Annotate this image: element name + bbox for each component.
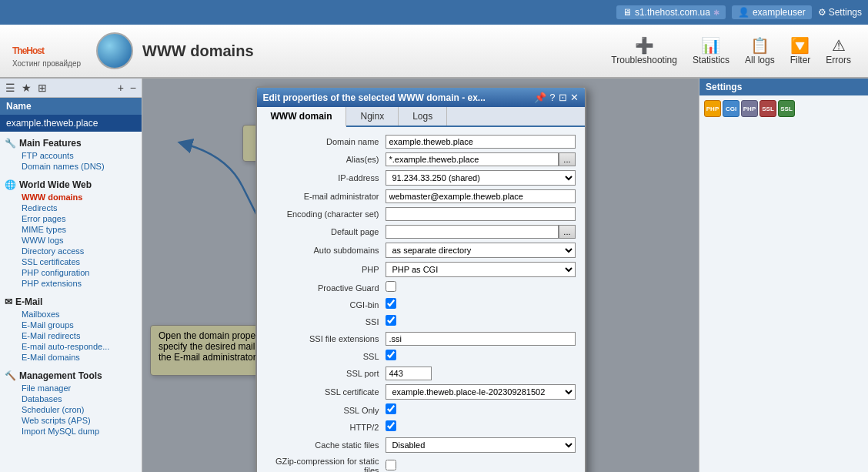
sidebar-section-main-features-title[interactable]: 🔧 Main Features: [0, 136, 142, 150]
encoding-input[interactable]: [386, 207, 576, 221]
settings-icon: ⚙: [818, 7, 826, 18]
sidebar-item-import-mysql[interactable]: Import MySQL dump: [0, 426, 142, 437]
ssi-control: [386, 315, 576, 328]
tab-nginx[interactable]: Nginx: [346, 107, 399, 126]
logo-text: TheHost: [12, 35, 44, 59]
settings-link[interactable]: ⚙ Settings: [818, 7, 862, 18]
cache-static-select[interactable]: Disabled: [386, 437, 576, 453]
errors-button[interactable]: ⚠ Errors: [821, 35, 856, 67]
dialog-close-icon[interactable]: ✕: [570, 92, 579, 103]
gzip-checkbox[interactable]: [386, 460, 396, 470]
ssi-checkbox[interactable]: [386, 315, 396, 326]
tab-logs[interactable]: Logs: [399, 107, 447, 126]
section-management: 🔨 Management Tools File manager Database…: [0, 364, 142, 438]
sidebar-item-domain-names[interactable]: Domain names (DNS): [0, 161, 142, 172]
dialog-pin-icon[interactable]: 📌: [534, 92, 546, 103]
proactive-guard-checkbox[interactable]: [386, 281, 396, 292]
gzip-control: [386, 460, 576, 473]
dialog-title: Edit properties of the selected WWW doma…: [263, 92, 486, 103]
ssl-only-checkbox[interactable]: [386, 403, 396, 414]
sidebar-item-email-groups[interactable]: E-Mail groups: [0, 320, 142, 330]
all-logs-button[interactable]: 📋 All logs: [740, 35, 780, 67]
troubleshooting-button[interactable]: ➕ Troubleshooting: [606, 35, 682, 67]
dialog-restore-icon[interactable]: ⊡: [559, 92, 567, 103]
default-page-control: ...: [386, 225, 576, 239]
logo-globe-icon: [96, 32, 133, 69]
email-admin-input[interactable]: [386, 189, 576, 203]
ssl-certificate-select[interactable]: example.theweb.place-le-202309281502: [386, 384, 576, 400]
section-main-features: 🔧 Main Features FTP accounts Domain name…: [0, 132, 142, 173]
php2-settings-icon[interactable]: PHP: [741, 100, 758, 117]
ssl-only-label: SSL Only: [266, 406, 386, 415]
default-page-button[interactable]: ...: [559, 225, 575, 239]
cgi-settings-icon[interactable]: CGI: [723, 100, 739, 117]
sidebar-section-email-title[interactable]: ✉ E-Mail: [0, 295, 142, 309]
ssl-only-control: [386, 403, 576, 417]
sidebar-item-www-domains[interactable]: WWW domains: [0, 192, 142, 203]
email-icon: ✉: [5, 296, 12, 307]
sidebar-item-redirects[interactable]: Redirects: [0, 203, 142, 213]
ssl-checkbox[interactable]: [386, 350, 396, 360]
sidebar-remove-icon[interactable]: −: [128, 81, 139, 95]
cgi-bin-checkbox[interactable]: [386, 298, 396, 309]
php-settings-icon[interactable]: PHP: [704, 100, 721, 117]
sidebar-item-php-extensions[interactable]: PHP extensions: [0, 278, 142, 289]
sidebar-item-email-autoresponder[interactable]: E-mail auto-responde...: [0, 341, 142, 352]
encoding-label: Encoding (character set): [266, 209, 386, 219]
errors-label: Errors: [826, 55, 851, 65]
sidebar-section-www-title[interactable]: 🌐 World Wide Web: [0, 178, 142, 192]
main-features-icon: 🔧: [5, 138, 16, 149]
ssi-extensions-input[interactable]: [386, 332, 576, 346]
dialog-help-icon[interactable]: ?: [549, 92, 555, 103]
aliases-input[interactable]: [386, 152, 559, 166]
sidebar-item-email-redirects[interactable]: E-Mail redirects: [0, 330, 142, 341]
ip-address-control: 91.234.33.250 (shared): [386, 170, 576, 186]
php-select[interactable]: PHP as CGI: [386, 262, 576, 277]
sidebar-item-error-pages[interactable]: Error pages: [0, 213, 142, 224]
sidebar-item-scheduler[interactable]: Scheduler (cron): [0, 404, 142, 415]
sidebar-add-icon[interactable]: +: [115, 81, 126, 95]
php-control: PHP as CGI: [386, 262, 576, 277]
statistics-icon: 📊: [701, 36, 720, 55]
sidebar-item-directory-access[interactable]: Directory access: [0, 246, 142, 256]
sidebar-item-web-scripts[interactable]: Web scripts (APS): [0, 415, 142, 426]
sidebar-domain-item[interactable]: example.theweb.place: [0, 115, 142, 132]
sidebar-star-icon[interactable]: ★: [19, 81, 34, 95]
field-ssl-certificate: SSL certificate example.theweb.place-le-…: [266, 384, 576, 400]
sidebar-item-php-configuration[interactable]: PHP configuration: [0, 267, 142, 278]
auto-subdomains-label: Auto subdomains: [266, 246, 386, 255]
ssl-certificate-label: SSL certificate: [266, 387, 386, 397]
field-cache-static: Cache static files Disabled: [266, 437, 576, 453]
sidebar-copy-icon[interactable]: ⊞: [35, 81, 49, 95]
ip-address-select[interactable]: 91.234.33.250 (shared): [386, 170, 576, 186]
sidebar-item-file-manager[interactable]: File manager: [0, 383, 142, 393]
statistics-button[interactable]: 📊 Statistics: [688, 35, 734, 67]
email-admin-control: [386, 189, 576, 203]
aliases-button[interactable]: ...: [559, 152, 575, 166]
filter-button[interactable]: 🔽 Filter: [786, 35, 816, 67]
field-ssl-port: SSL port: [266, 367, 576, 380]
sidebar-item-ftp-accounts[interactable]: FTP accounts: [0, 150, 142, 161]
ssl-port-input[interactable]: [386, 367, 432, 380]
sidebar-item-ssl-certificates[interactable]: SSL certificates: [0, 256, 142, 267]
domain-name-input[interactable]: [386, 135, 576, 149]
field-domain-name: Domain name: [266, 135, 576, 149]
sidebar-item-mime-types[interactable]: MIME types: [0, 224, 142, 235]
http2-checkbox[interactable]: [386, 420, 396, 431]
ssl1-settings-icon[interactable]: SSL: [760, 100, 776, 117]
settings-icons-row: PHP CGI PHP SSL SSL: [699, 95, 868, 122]
sidebar-menu-icon[interactable]: ☰: [3, 81, 18, 95]
field-ssl: SSL: [266, 350, 576, 363]
sidebar-item-databases[interactable]: Databases: [0, 393, 142, 404]
ssl2-settings-icon[interactable]: SSL: [778, 100, 795, 117]
ssl-certificate-control: example.theweb.place-le-202309281502: [386, 384, 576, 400]
content-area: 1 Go toWWW domains Open the domain prope…: [142, 79, 699, 472]
default-page-input[interactable]: [386, 225, 559, 239]
sidebar-item-email-domains[interactable]: E-Mail domains: [0, 352, 142, 363]
sidebar-section-management-title[interactable]: 🔨 Management Tools: [0, 369, 142, 383]
tab-www-domain[interactable]: WWW domain: [257, 107, 347, 127]
auto-subdomains-select[interactable]: as separate directory CGI: [386, 243, 576, 258]
sidebar-item-www-logs[interactable]: WWW logs: [0, 235, 142, 246]
sidebar-item-mailboxes[interactable]: Mailboxes: [0, 309, 142, 320]
cgi-bin-control: [386, 298, 576, 311]
